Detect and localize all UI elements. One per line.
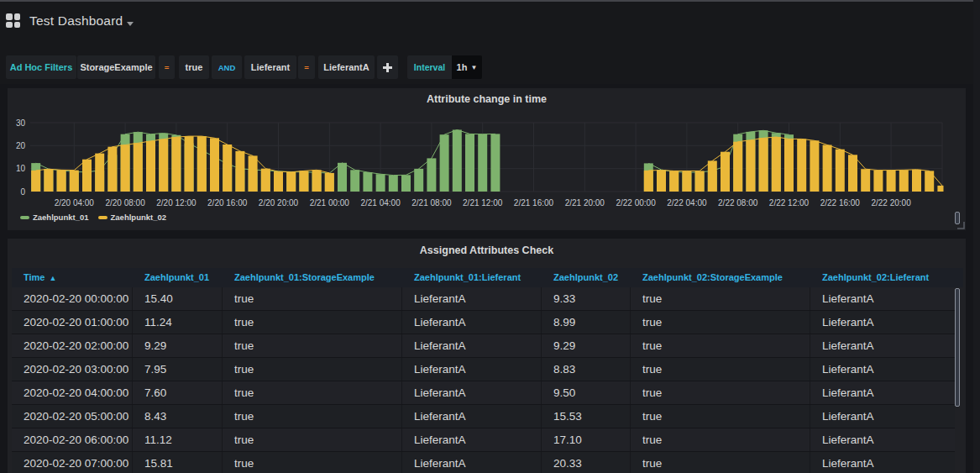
- svg-text:2/20 04:00: 2/20 04:00: [55, 198, 95, 208]
- svg-text:2/22 08:00: 2/22 08:00: [718, 198, 758, 208]
- svg-text:10: 10: [16, 164, 26, 173]
- svg-text:2/22 00:00: 2/22 00:00: [616, 198, 656, 208]
- svg-text:2/22 16:00: 2/22 16:00: [820, 198, 861, 208]
- svg-text:2/20 20:00: 2/20 20:00: [259, 198, 299, 208]
- svg-text:2/21 20:00: 2/21 20:00: [565, 198, 605, 208]
- svg-text:2/20 08:00: 2/20 08:00: [105, 198, 145, 208]
- svg-text:20: 20: [16, 141, 26, 150]
- svg-text:2/20 12:00: 2/20 12:00: [156, 198, 197, 208]
- svg-text:2/21 08:00: 2/21 08:00: [411, 198, 452, 208]
- svg-text:30: 30: [16, 118, 26, 128]
- svg-text:0: 0: [20, 187, 25, 197]
- svg-text:2/21 04:00: 2/21 04:00: [360, 198, 401, 208]
- svg-text:2/22 04:00: 2/22 04:00: [667, 198, 707, 208]
- svg-text:2/21 16:00: 2/21 16:00: [514, 198, 554, 208]
- svg-text:2/22 12:00: 2/22 12:00: [769, 198, 810, 208]
- svg-text:2/22 20:00: 2/22 20:00: [871, 198, 911, 208]
- svg-text:2/20 16:00: 2/20 16:00: [207, 198, 248, 208]
- svg-text:2/21 12:00: 2/21 12:00: [463, 198, 503, 208]
- svg-text:2/21 00:00: 2/21 00:00: [310, 198, 350, 208]
